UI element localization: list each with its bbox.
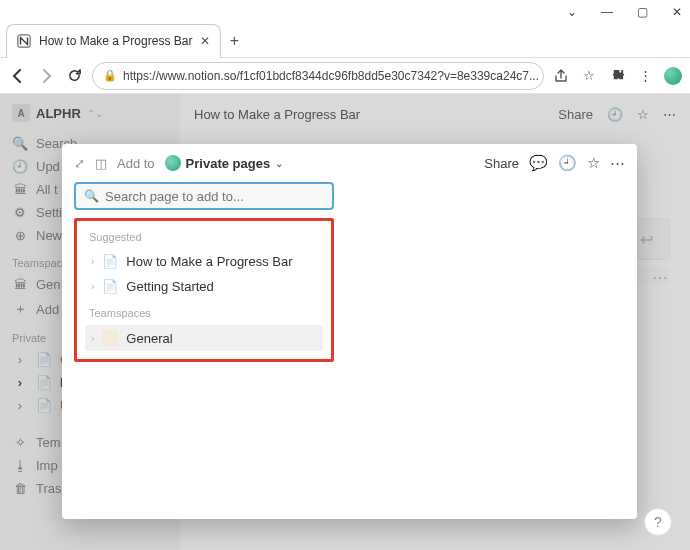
notion-favicon xyxy=(17,34,31,48)
bookmark-star-icon[interactable]: ☆ xyxy=(580,67,598,85)
chevron-right-icon: › xyxy=(91,333,94,344)
address-bar[interactable]: 🔒 https://www.notion.so/f1cf01bdcf8344dc… xyxy=(92,62,544,90)
maximize-icon[interactable]: ▢ xyxy=(637,5,648,19)
help-button[interactable]: ? xyxy=(644,508,672,536)
tab-title: How to Make a Progress Bar xyxy=(39,34,192,48)
reload-button[interactable] xyxy=(64,66,84,86)
target-label: Private pages xyxy=(186,156,271,171)
globe-icon xyxy=(165,155,181,171)
add-to-modal: ⤢ ◫ Add to Private pages ⌄ Share 💬 🕘 ☆ ⋯… xyxy=(62,144,637,519)
back-button[interactable] xyxy=(8,66,28,86)
suggested-item[interactable]: › 📄 How to Make a Progress Bar xyxy=(85,249,323,274)
page-icon: 📄 xyxy=(102,279,118,294)
url-text: https://www.notion.so/f1cf01bdcf8344dc96… xyxy=(123,69,539,83)
teamspaces-label: Teamspaces xyxy=(85,299,323,325)
search-page-input[interactable] xyxy=(105,189,324,204)
lock-icon: 🔒 xyxy=(103,69,117,82)
tab-close-icon[interactable]: ✕ xyxy=(200,34,210,48)
suggested-label: Suggested xyxy=(85,229,323,249)
chevron-down-icon[interactable]: ⌄ xyxy=(567,5,577,19)
search-icon: 🔍 xyxy=(84,189,99,203)
browser-tab[interactable]: How to Make a Progress Bar ✕ xyxy=(6,24,221,58)
favorite-star-icon[interactable]: ☆ xyxy=(587,154,600,172)
suggested-item-label: Getting Started xyxy=(126,279,213,294)
more-menu-icon[interactable]: ⋯ xyxy=(610,154,625,172)
teamspace-item[interactable]: › General xyxy=(85,325,323,351)
modal-share-button[interactable]: Share xyxy=(484,156,519,171)
page-icon: 📄 xyxy=(102,254,118,269)
teamspace-item-label: General xyxy=(126,331,172,346)
share-url-icon[interactable] xyxy=(552,67,570,85)
peek-icon[interactable]: ◫ xyxy=(95,156,107,171)
browser-toolbar: 🔒 https://www.notion.so/f1cf01bdcf8344dc… xyxy=(0,58,690,94)
minimize-icon[interactable]: — xyxy=(601,5,613,19)
suggested-item-label: How to Make a Progress Bar xyxy=(126,254,292,269)
close-window-icon[interactable]: ✕ xyxy=(672,5,682,19)
more-menu-icon[interactable]: ⋮ xyxy=(636,67,654,85)
add-to-target[interactable]: Private pages ⌄ xyxy=(165,155,284,171)
suggested-item[interactable]: › 📄 Getting Started xyxy=(85,274,323,299)
teamspace-icon xyxy=(102,330,118,346)
updates-clock-icon[interactable]: 🕘 xyxy=(558,154,577,172)
chevron-right-icon: › xyxy=(91,256,94,267)
chevron-right-icon: › xyxy=(91,281,94,292)
suggestions-panel: Suggested › 📄 How to Make a Progress Bar… xyxy=(74,218,334,362)
new-tab-button[interactable]: + xyxy=(221,32,247,50)
profile-avatar[interactable] xyxy=(664,67,682,85)
add-to-label: Add to xyxy=(117,156,155,171)
chevron-down-icon: ⌄ xyxy=(275,158,283,169)
extensions-puzzle-icon[interactable] xyxy=(608,67,626,85)
search-page-input-wrap[interactable]: 🔍 xyxy=(74,182,334,210)
expand-arrows-icon[interactable]: ⤢ xyxy=(74,156,85,171)
forward-button[interactable] xyxy=(36,66,56,86)
browser-tabs: How to Make a Progress Bar ✕ + xyxy=(0,24,690,58)
comments-icon[interactable]: 💬 xyxy=(529,154,548,172)
